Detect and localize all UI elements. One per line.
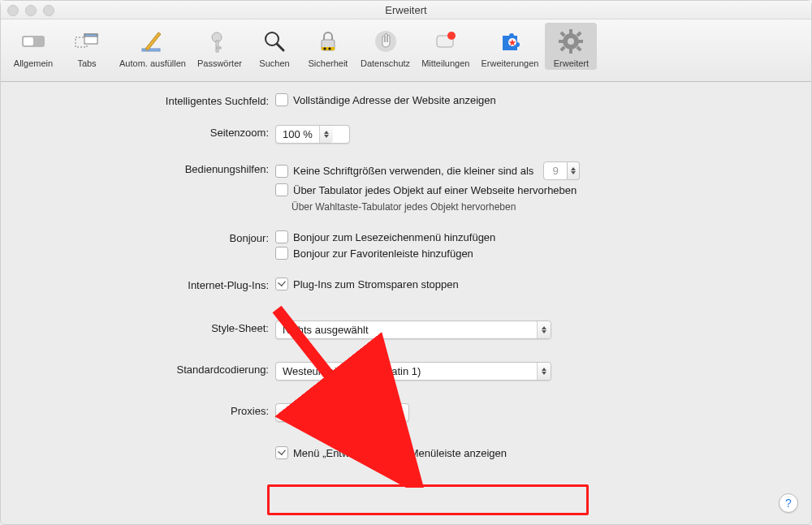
checkbox-icon (275, 230, 288, 243)
titlebar: Erweitert (1, 1, 811, 19)
checkbox-label: Plug-Ins zum Stromsparen stoppen (293, 278, 459, 290)
svg-rect-5 (142, 49, 160, 51)
help-icon: ? (785, 497, 792, 510)
encoding-label: Standardcodierung: (17, 362, 269, 376)
hand-icon (372, 26, 400, 57)
svg-marker-6 (145, 32, 161, 50)
tab-label: Allgemein (14, 58, 53, 68)
stepper-arrows-icon (537, 321, 551, 338)
show-full-url-checkbox[interactable]: Vollständige Adresse der Website anzeige… (275, 93, 496, 106)
preferences-toolbar: Allgemein Tabs Autom. ausfüllen Passwört… (1, 19, 811, 82)
tab-label: Tabs (77, 58, 96, 68)
checkbox-icon (275, 165, 288, 178)
switch-icon (19, 26, 47, 57)
show-develop-menu-checkbox[interactable]: Menü „Entwickler“ in der Menüleiste anze… (275, 446, 507, 459)
tab-autofill[interactable]: Autom. ausfüllen (114, 23, 191, 70)
svg-rect-24 (569, 49, 572, 54)
tab-highlight-checkbox[interactable]: Über Tabulator jedes Objekt auf einer We… (275, 183, 577, 196)
proxies-label: Proxies: (17, 403, 269, 417)
tab-security[interactable]: Sicherheit (302, 23, 354, 70)
checkbox-label: Über Tabulator jedes Objekt auf einer We… (293, 184, 577, 196)
tab-search[interactable]: Suchen (248, 23, 300, 70)
min-font-size-field[interactable] (543, 161, 568, 180)
svg-rect-25 (559, 40, 564, 43)
stepper-arrows-icon (319, 126, 333, 143)
svg-rect-23 (569, 29, 572, 34)
svg-rect-1 (24, 37, 33, 45)
svg-rect-26 (578, 40, 583, 43)
stylesheet-value: Nichts ausgewählt (276, 324, 537, 336)
button-label: Einstellungen ändern … (286, 407, 399, 419)
checkbox-label: Bonjour zum Lesezeichenmenü hinzufügen (293, 231, 495, 243)
checkbox-icon (275, 183, 288, 196)
magnifier-icon (261, 26, 288, 57)
change-proxy-settings-button[interactable]: Einstellungen ändern … (275, 403, 409, 422)
window-title: Erweitert (385, 4, 426, 16)
tab-passwords[interactable]: Passwörter (192, 23, 247, 70)
annotation-highlight (267, 484, 589, 515)
bonjour-label: Bonjour: (17, 230, 269, 244)
encoding-popup[interactable]: Westeuropäisch (ISO Latin 1) (275, 362, 551, 381)
checkbox-label: Vollständige Adresse der Website anzeige… (293, 94, 496, 106)
stepper-arrows-icon (568, 161, 580, 180)
min-font-size-stepper[interactable] (543, 161, 580, 180)
window-controls (7, 5, 54, 16)
svg-rect-9 (217, 47, 221, 49)
close-window-button[interactable] (7, 5, 19, 16)
accessibility-label: Bedienungshilfen: (17, 161, 269, 175)
bonjour-bookmarks-checkbox[interactable]: Bonjour zum Lesezeichenmenü hinzufügen (275, 230, 495, 243)
tab-label: Erweitert (554, 58, 589, 68)
plugin-power-save-checkbox[interactable]: Plug-Ins zum Stromsparen stoppen (275, 278, 459, 290)
tab-label: Suchen (259, 58, 289, 68)
advanced-pane: Intelligentes Suchfeld: Vollständige Adr… (1, 82, 811, 467)
tab-label: Sicherheit (309, 58, 348, 68)
svg-line-11 (277, 44, 283, 50)
tab-tabs[interactable]: Tabs (61, 23, 113, 70)
page-zoom-label: Seitenzoom: (17, 125, 269, 139)
tab-label: Passwörter (197, 58, 242, 68)
lock-icon (314, 26, 342, 57)
key-icon (205, 26, 233, 57)
tab-label: Mitteilungen (421, 58, 469, 68)
plugins-label: Internet-Plug-Ins: (17, 278, 269, 291)
accessibility-hint: Über Wahltaste-Tabulator jedes Objekt he… (275, 201, 516, 213)
svg-point-22 (568, 38, 574, 45)
encoding-value: Westeuropäisch (ISO Latin 1) (276, 365, 537, 377)
tab-label: Erweiterungen (481, 58, 538, 68)
stylesheet-popup[interactable]: Nichts ausgewählt (275, 321, 551, 339)
tab-label: Datenschutz (361, 58, 410, 68)
checkbox-icon (275, 446, 288, 459)
tab-extensions[interactable]: Erweiterungen (476, 23, 543, 70)
tab-general[interactable]: Allgemein (7, 23, 59, 70)
help-button[interactable]: ? (779, 493, 798, 513)
puzzle-icon (496, 26, 524, 57)
checkbox-label: Bonjour zur Favoritenleiste hinzufügen (293, 247, 473, 260)
page-zoom-popup[interactable]: 100 % (275, 125, 350, 144)
min-font-size-checkbox[interactable]: Keine Schriftgrößen verwenden, die klein… (275, 165, 533, 178)
bonjour-favorites-checkbox[interactable]: Bonjour zur Favoritenleiste hinzufügen (275, 247, 473, 260)
stylesheet-label: Style-Sheet: (17, 321, 269, 334)
tabs-icon (73, 26, 101, 57)
tab-privacy[interactable]: Datenschutz (356, 23, 415, 70)
tab-notifications[interactable]: Mitteilungen (417, 23, 474, 70)
checkbox-label: Keine Schriftgrößen verwenden, die klein… (293, 165, 533, 177)
checkbox-icon (275, 278, 288, 290)
smart-search-label: Intelligentes Suchfeld: (17, 93, 269, 107)
tab-advanced[interactable]: Erweitert (545, 23, 597, 70)
checkbox-label: Menü „Entwickler“ in der Menüleiste anze… (293, 447, 507, 459)
notification-icon (432, 26, 460, 57)
page-zoom-value: 100 % (276, 128, 319, 140)
svg-rect-8 (216, 41, 218, 52)
pencil-icon (139, 26, 166, 57)
checkbox-icon (275, 93, 288, 106)
stepper-arrows-icon (537, 363, 551, 380)
svg-point-18 (447, 32, 456, 40)
tab-label: Autom. ausfüllen (119, 58, 186, 68)
minimize-window-button[interactable] (25, 5, 37, 16)
preferences-window: Erweitert Allgemein Tabs Autom. ausfülle… (0, 0, 812, 525)
gear-icon (557, 26, 585, 57)
checkbox-icon (275, 247, 288, 260)
svg-rect-4 (84, 34, 97, 37)
zoom-window-button[interactable] (43, 5, 54, 16)
